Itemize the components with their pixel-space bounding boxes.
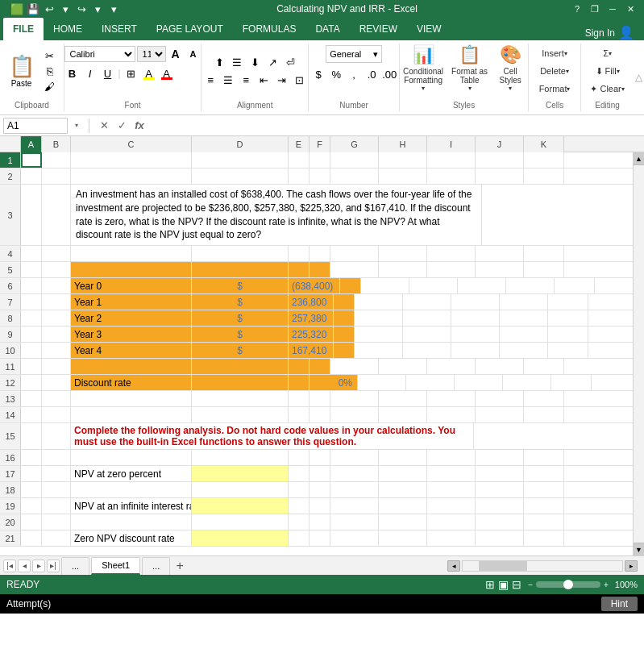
cell-j11[interactable] [476, 359, 524, 374]
cell-b16[interactable] [42, 450, 71, 465]
cell-b20[interactable] [42, 514, 71, 530]
cell-e6[interactable]: (638,400) [289, 278, 340, 293]
cancel-button[interactable]: ✕ [96, 118, 112, 134]
zoom-slider[interactable] [536, 581, 600, 588]
tab-insert[interactable]: INSERT [92, 18, 147, 40]
cell-f2[interactable] [310, 168, 330, 184]
cell-j14[interactable] [476, 407, 524, 422]
cell-a19[interactable] [21, 498, 42, 514]
cell-i13[interactable] [427, 391, 476, 406]
vertical-scrollbar[interactable]: ▲ ▼ [633, 152, 644, 555]
row-num-6[interactable]: 6 [0, 278, 21, 293]
col-header-j[interactable]: J [476, 136, 524, 152]
cell-d6[interactable]: $ [192, 278, 289, 293]
conditional-dropdown[interactable]: ▾ [422, 85, 425, 92]
col-header-c[interactable]: C [71, 136, 192, 152]
cell-j12[interactable] [503, 375, 551, 390]
cell-styles-dropdown[interactable]: ▾ [509, 85, 512, 92]
cell-c8[interactable]: Year 2 [71, 310, 192, 326]
cell-e14[interactable] [289, 407, 310, 422]
underline-button[interactable]: U [100, 65, 116, 81]
cell-b7[interactable] [42, 294, 71, 310]
cell-d8[interactable]: $ [192, 310, 289, 326]
cell-a21[interactable] [21, 530, 42, 546]
cell-c20[interactable] [71, 514, 192, 530]
cell-f10[interactable] [334, 343, 355, 358]
cell-d17[interactable] [192, 466, 289, 481]
cell-b11[interactable] [42, 359, 71, 374]
format-cells-button[interactable]: Format ▾ [537, 81, 573, 97]
scroll-left-button[interactable]: ◂ [447, 560, 460, 572]
format-table-button[interactable]: 📋 Format asTable ▾ [448, 45, 491, 90]
cell-i18[interactable] [427, 482, 476, 497]
sheet-nav-last[interactable]: ▸| [47, 560, 60, 572]
cell-i11[interactable] [427, 359, 476, 374]
cell-c16[interactable] [71, 450, 192, 465]
cell-k1[interactable] [524, 152, 564, 168]
close-icon[interactable]: ✕ [623, 2, 638, 15]
cell-f6[interactable] [340, 278, 361, 293]
tab-home[interactable]: HOME [44, 18, 92, 40]
tab-page-layout[interactable]: PAGE LAYOUT [147, 18, 233, 40]
cell-i4[interactable] [427, 246, 476, 261]
cell-d12[interactable] [192, 375, 289, 390]
cell-e19[interactable] [289, 498, 310, 514]
row-num-11[interactable]: 11 [0, 359, 21, 374]
bold-button[interactable]: B [64, 65, 81, 81]
cell-b13[interactable] [42, 391, 71, 406]
cell-b15[interactable] [42, 423, 71, 449]
cell-i6[interactable] [458, 278, 506, 293]
cell-c12[interactable]: Discount rate [71, 375, 192, 390]
cut-button[interactable]: ✂ [41, 48, 59, 63]
cell-i12[interactable] [455, 375, 503, 390]
cell-c21[interactable]: Zero NPV discount rate [71, 530, 192, 546]
cell-c14[interactable] [71, 407, 192, 422]
row-num-12[interactable]: 12 [0, 375, 21, 390]
zoom-minus-icon[interactable]: − [528, 580, 533, 589]
cell-c9[interactable]: Year 3 [71, 327, 192, 342]
normal-view-icon[interactable]: ⊞ [485, 578, 495, 591]
tab-view[interactable]: VIEW [407, 18, 451, 40]
cell-d18[interactable] [192, 482, 289, 497]
decrease-decimal-button[interactable]: .0 [364, 66, 380, 82]
page-layout-view-icon[interactable]: ▣ [498, 578, 509, 591]
tab-formulas[interactable]: FORMULAS [233, 18, 306, 40]
cell-d1[interactable] [192, 152, 289, 168]
cell-b18[interactable] [42, 482, 71, 497]
cell-b12[interactable] [42, 375, 71, 390]
cell-c4[interactable] [71, 246, 192, 261]
cell-i1[interactable] [427, 152, 476, 168]
cell-d13[interactable] [192, 391, 289, 406]
page-break-view-icon[interactable]: ⊟ [512, 578, 521, 591]
cell-c1[interactable] [71, 152, 192, 168]
increase-font-button[interactable]: A [168, 46, 184, 62]
cell-g16[interactable] [330, 450, 379, 465]
row-num-15[interactable]: 15 [0, 423, 21, 449]
decrease-font-button[interactable]: A [185, 46, 202, 62]
cell-j7[interactable] [500, 294, 548, 310]
undo-dropdown-icon[interactable]: ▾ [58, 2, 73, 16]
cell-d20[interactable] [192, 514, 289, 530]
row-num-21[interactable]: 21 [0, 530, 21, 546]
cell-d9[interactable]: $ [192, 327, 289, 342]
cell-h6[interactable] [409, 278, 458, 293]
number-format-dropdown[interactable]: ▾ [373, 49, 378, 60]
cell-g11[interactable] [330, 359, 379, 374]
cell-g19[interactable] [330, 498, 379, 514]
cell-f16[interactable] [310, 450, 330, 465]
cell-i21[interactable] [427, 530, 476, 546]
cell-b4[interactable] [42, 246, 71, 261]
cell-k13[interactable] [524, 391, 564, 406]
cell-i5[interactable] [427, 262, 476, 277]
row-num-5[interactable]: 5 [0, 262, 21, 277]
cell-a8[interactable] [21, 310, 42, 326]
copy-button[interactable]: ⎘ [41, 64, 59, 78]
cell-c11[interactable] [71, 359, 192, 374]
cell-c3-merged[interactable]: An investment has an installed cost of $… [71, 185, 482, 245]
cell-f17[interactable] [310, 466, 330, 481]
cell-i17[interactable] [427, 466, 476, 481]
cell-f1[interactable] [310, 152, 330, 168]
wrap-text-button[interactable]: ⏎ [282, 54, 298, 70]
cell-i8[interactable] [451, 310, 500, 326]
border-button[interactable]: ⊞ [123, 65, 139, 81]
